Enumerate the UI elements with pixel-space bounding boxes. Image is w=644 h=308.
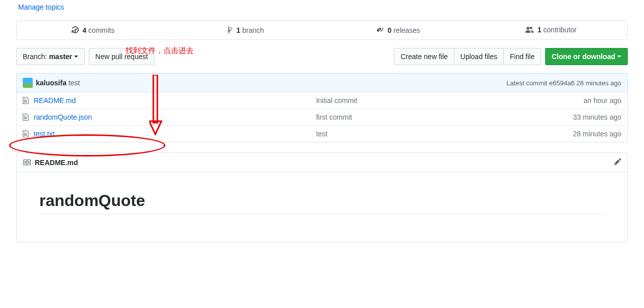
latest-commit-prefix: Latest commit [506,79,547,87]
readme-filename: README.md [35,159,78,167]
file-time: an hour ago [551,96,621,105]
commit-time: 28 minutes ago [576,79,621,87]
commit-meta: Latest commit e6594a6 28 minutes ago [506,79,621,87]
file-commit-msg[interactable]: Initial commit [316,96,551,105]
readme-box: README.md randomQuote [16,152,628,242]
commit-author[interactable]: kaluosifa [36,79,67,87]
stat-contributors[interactable]: 1 contributor [475,21,627,39]
file-row: randomQuote.json first commit 33 minutes… [17,109,627,125]
branches-label: branch [243,26,264,34]
file-link[interactable]: test.txt [34,130,54,138]
file-row: README.md Initial commit an hour ago [17,92,627,109]
avatar[interactable] [23,78,33,88]
file-link[interactable]: randomQuote.json [34,113,92,121]
clone-download-button[interactable]: Clone or download [545,48,628,65]
annotation-hint-text: 找到文件，点击进去 [126,46,194,56]
file-time: 33 minutes ago [551,113,621,121]
readme-header: README.md [17,153,627,172]
annotation-arrow-icon [149,75,162,135]
file-commit-msg[interactable]: first commit [316,113,551,121]
branch-name: master [49,52,72,62]
pencil-icon [614,158,621,166]
people-icon [525,26,534,33]
edit-readme-button[interactable] [614,158,621,167]
find-file-button[interactable]: Find file [503,48,541,65]
releases-count: 0 [388,26,392,34]
stat-branches[interactable]: 1 branch [169,21,322,39]
caret-down-icon [617,56,621,58]
manage-topics-link[interactable]: Manage topics [18,3,64,11]
history-icon [72,26,79,34]
latest-commit-bar: kaluosifa test Latest commit e6594a6 28 … [16,73,628,92]
stat-releases[interactable]: 0 releases [322,21,475,39]
commits-label: commits [88,26,114,34]
commit-message[interactable]: test [69,79,80,87]
caret-down-icon [74,56,78,58]
readme-heading: randomQuote [39,191,605,215]
tag-icon [377,26,384,34]
repo-stats: 4 commits 1 branch 0 releases 1 contribu… [16,20,628,40]
file-icon [23,130,29,138]
file-ops-group: Create new file Upload files Find file [394,48,541,65]
branch-select-button[interactable]: Branch: master [16,48,85,65]
file-time: 28 minutes ago [551,130,621,138]
clone-download-label: Clone or download [552,52,615,62]
stat-commits[interactable]: 4 commits [17,21,169,39]
file-icon [23,113,29,121]
create-new-file-button[interactable]: Create new file [394,48,454,65]
commit-sha[interactable]: e6594a6 [549,79,575,87]
git-branch-icon [227,26,232,34]
file-link[interactable]: README.md [34,96,76,105]
contributors-count: 1 [538,26,542,34]
book-icon [23,159,31,167]
upload-files-button[interactable]: Upload files [454,48,504,65]
file-list: README.md Initial commit an hour ago ran… [16,92,628,142]
file-icon [23,96,29,105]
file-actions-row: Branch: master New pull request Create n… [16,48,628,65]
contributors-label: contributor [543,26,576,34]
branches-count: 1 [237,26,241,34]
file-commit-msg[interactable]: test [316,130,551,138]
svg-rect-0 [153,75,157,123]
file-row: test.txt test 28 minutes ago [17,125,627,142]
branch-prefix: Branch: [23,52,47,62]
readme-body: randomQuote [17,172,627,242]
releases-label: releases [393,26,420,34]
commits-count: 4 [82,26,86,34]
